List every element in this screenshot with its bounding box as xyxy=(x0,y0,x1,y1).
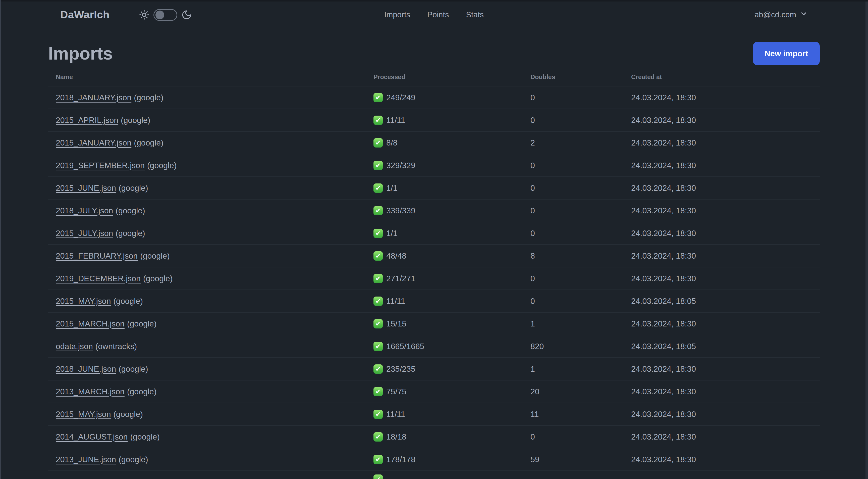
check-icon: ✔ xyxy=(373,410,383,419)
processed-count: 178/178 xyxy=(386,455,415,464)
import-source: (google) xyxy=(119,364,148,373)
import-file-link[interactable]: 2015_JUNE.json xyxy=(56,183,116,192)
created-at-cell: 24.03.2024, 18:30 xyxy=(624,380,820,403)
import-file-link[interactable]: 2015_FEBRUARY.json xyxy=(56,251,137,260)
table-row: 2019_DECEMBER.json(google) ✔ 271/271 0 2… xyxy=(48,267,820,290)
check-icon: ✔ xyxy=(373,319,383,328)
import-source: (google) xyxy=(143,274,173,283)
column-header-created-at: Created at xyxy=(624,65,820,86)
window-left-edge xyxy=(0,0,1,479)
import-file-link[interactable]: 2015_MARCH.json xyxy=(56,319,125,328)
doubles-cell: 0 xyxy=(523,425,624,448)
created-at-cell: 24.03.2024, 18:30 xyxy=(624,177,820,199)
import-file-link[interactable]: 2015_JANUARY.json xyxy=(56,138,131,147)
created-at-cell: 24.03.2024, 18:30 xyxy=(624,244,820,267)
import-source: (google) xyxy=(127,319,156,328)
processed-cell: ✔ 1/1 xyxy=(366,177,523,199)
processed-count: 15/15 xyxy=(386,319,406,328)
name-cell: 2019_SEPTEMBER.json(google) xyxy=(48,154,366,177)
import-file-link[interactable]: 2018_JANUARY.json xyxy=(56,93,131,102)
processed-count: 8/8 xyxy=(386,138,397,148)
check-icon: ✔ xyxy=(373,206,383,215)
partially-visible-row: ✔ xyxy=(48,471,820,479)
import-source: (google) xyxy=(113,410,143,419)
check-icon: ✔ xyxy=(373,387,383,396)
processed-cell: ✔ 48/48 xyxy=(366,244,523,267)
processed-count: 11/11 xyxy=(386,297,405,306)
navbar: DaWarIch Imports Points Stat xyxy=(0,0,868,28)
processed-cell: ✔ 1665/1665 xyxy=(366,335,523,358)
check-icon: ✔ xyxy=(373,229,383,238)
name-cell: 2019_DECEMBER.json(google) xyxy=(48,267,366,290)
check-icon: ✔ xyxy=(373,116,383,125)
import-file-link[interactable]: 2015_APRIL.json xyxy=(56,116,118,125)
processed-cell: ✔ 8/8 xyxy=(366,131,523,154)
doubles-cell: 0 xyxy=(523,199,624,222)
processed-count: 11/11 xyxy=(386,116,405,125)
table-row: 2015_FEBRUARY.json(google) ✔ 48/48 8 24.… xyxy=(48,244,820,267)
check-icon: ✔ xyxy=(373,455,383,464)
import-file-link[interactable]: 2015_MAY.json xyxy=(56,410,111,419)
chevron-down-icon xyxy=(800,10,808,20)
import-file-link[interactable]: 2013_JUNE.json xyxy=(56,455,116,464)
import-file-link[interactable]: 2019_SEPTEMBER.json xyxy=(56,161,145,170)
import-file-link[interactable]: 2018_JUNE.json xyxy=(56,364,116,373)
nav-link-imports[interactable]: Imports xyxy=(384,10,410,19)
name-cell: 2013_JUNE.json(google) xyxy=(48,448,366,471)
table-row: 2018_JUNE.json(google) ✔ 235/235 1 24.03… xyxy=(48,358,820,380)
processed-cell: ✔ 339/339 xyxy=(366,199,523,222)
processed-cell: ✔ 11/11 xyxy=(366,290,523,312)
import-file-link[interactable]: 2014_AUGUST.json xyxy=(56,432,128,441)
doubles-cell: 0 xyxy=(523,222,624,244)
table-row: 2013_JUNE.json(google) ✔ 178/178 59 24.0… xyxy=(48,448,820,471)
created-at-cell: 24.03.2024, 18:30 xyxy=(624,312,820,335)
table-row: 2015_APRIL.json(google) ✔ 11/11 0 24.03.… xyxy=(48,109,820,131)
table-row: 2014_AUGUST.json(google) ✔ 18/18 0 24.03… xyxy=(48,425,820,448)
name-cell: 2015_MAY.json(google) xyxy=(48,403,366,425)
import-file-link[interactable]: 2013_MARCH.json xyxy=(56,387,125,396)
import-source: (google) xyxy=(116,206,145,215)
processed-cell: ✔ 178/178 xyxy=(366,448,523,471)
import-source: (google) xyxy=(127,387,156,396)
check-icon: ✔ xyxy=(373,251,383,261)
import-source: (owntracks) xyxy=(95,342,137,351)
table-row: 2018_JULY.json(google) ✔ 339/339 0 24.03… xyxy=(48,199,820,222)
table-row: 2013_MARCH.json(google) ✔ 75/75 20 24.03… xyxy=(48,380,820,403)
processed-count: 11/11 xyxy=(386,410,405,419)
table-row: 2015_JUNE.json(google) ✔ 1/1 0 24.03.202… xyxy=(48,177,820,199)
processed-cell: ✔ 271/271 xyxy=(366,267,523,290)
import-file-link[interactable]: 2018_JULY.json xyxy=(56,206,113,215)
import-file-link[interactable]: 2019_DECEMBER.json xyxy=(56,274,141,283)
import-file-link[interactable]: odata.json xyxy=(56,342,93,351)
user-menu[interactable]: ab@cd.com xyxy=(754,10,808,20)
processed-count: 1/1 xyxy=(386,229,397,238)
table-row: 2015_MAY.json(google) ✔ 11/11 11 24.03.2… xyxy=(48,403,820,425)
theme-toggle[interactable] xyxy=(139,9,192,21)
table-row: 2019_SEPTEMBER.json(google) ✔ 329/329 0 … xyxy=(48,154,820,177)
theme-switch[interactable] xyxy=(153,9,177,21)
created-at-cell: 24.03.2024, 18:30 xyxy=(624,358,820,380)
import-source: (google) xyxy=(147,161,177,170)
import-source: (google) xyxy=(140,251,169,260)
table-header-row: Name Processed Doubles Created at xyxy=(48,65,820,86)
moon-icon xyxy=(181,9,192,20)
import-file-link[interactable]: 2015_JULY.json xyxy=(56,229,113,238)
import-source: (google) xyxy=(134,138,163,147)
created-at-cell: 24.03.2024, 18:30 xyxy=(624,267,820,290)
vertical-scrollbar[interactable] xyxy=(866,1,868,479)
processed-cell: ✔ 11/11 xyxy=(366,109,523,131)
created-at-cell: 24.03.2024, 18:30 xyxy=(624,425,820,448)
nav-link-points[interactable]: Points xyxy=(427,10,449,19)
nav-link-stats[interactable]: Stats xyxy=(466,10,484,19)
new-import-button[interactable]: New import xyxy=(753,42,820,65)
created-at-cell: 24.03.2024, 18:05 xyxy=(624,335,820,358)
created-at-cell: 24.03.2024, 18:30 xyxy=(624,131,820,154)
import-file-link[interactable]: 2015_MAY.json xyxy=(56,297,111,306)
name-cell: 2015_MARCH.json(google) xyxy=(48,312,366,335)
page-title: Imports xyxy=(48,44,113,63)
table-row: 2015_JANUARY.json(google) ✔ 8/8 2 24.03.… xyxy=(48,131,820,154)
app-logo[interactable]: DaWarIch xyxy=(60,9,110,21)
doubles-cell: 1 xyxy=(523,358,624,380)
name-cell: 2015_JUNE.json(google) xyxy=(48,177,366,199)
processed-cell: ✔ 18/18 xyxy=(366,425,523,448)
